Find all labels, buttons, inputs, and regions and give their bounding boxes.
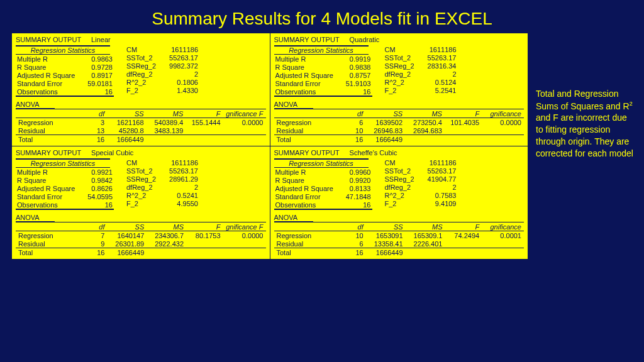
model-name: Special Cubic <box>91 149 133 156</box>
stats-table: Multiple R0.9919R Square0.9838Adjusted R… <box>274 55 372 97</box>
model-name: Scheffe's Cubic <box>350 149 397 156</box>
panel-scheffe-cubic: SUMMARY OUTPUTScheffe's CubicRegression … <box>270 146 528 259</box>
model-name: Linear <box>91 36 111 43</box>
regression-stats-header: Regression Statistics <box>16 45 110 55</box>
anova-table: dfSSMSFgnificanceRegression6163950227325… <box>274 109 525 143</box>
stats-table: Multiple R0.9921R Square0.9842Adjusted R… <box>16 168 114 210</box>
anova-table: dfSSMSFgnificance FRegression31621168540… <box>16 109 266 143</box>
panel-linear: SUMMARY OUTPUTLinearRegression Statistic… <box>12 33 270 146</box>
side-table: CM1611186SSTot_255263.17SSReg_29982.372d… <box>125 45 199 94</box>
anova-header: ANOVA <box>274 101 313 109</box>
stats-table: Multiple R0.9960R Square0.9920Adjusted R… <box>274 168 372 210</box>
regression-stats-header: Regression Statistics <box>274 158 369 168</box>
side-table: CM1611186SSTot_255263.17SSReg_241904.77d… <box>384 158 458 207</box>
panel-quadratic: SUMMARY OUTPUTQuadraticRegression Statis… <box>270 33 528 146</box>
regression-stats-header: Regression Statistics <box>16 158 110 168</box>
side-note: Total and Regression Sums of Squares and… <box>536 88 636 160</box>
summary-output-label: SUMMARY OUTPUT <box>16 36 81 43</box>
anova-header: ANOVA <box>16 101 55 109</box>
anova-header: ANOVA <box>274 214 313 222</box>
summary-output-label: SUMMARY OUTPUT <box>16 149 81 156</box>
anova-header: ANOVA <box>16 214 55 222</box>
anova-table: dfSSMSFgnificanceRegression1016530911653… <box>274 222 525 256</box>
summary-output-label: SUMMARY OUTPUT <box>274 36 340 43</box>
panel-special-cubic: SUMMARY OUTPUTSpecial CubicRegression St… <box>12 146 270 259</box>
panels-grid: SUMMARY OUTPUTLinearRegression Statistic… <box>11 33 528 260</box>
side-table: CM1611186SSTot_255263.17SSReg_228316.34d… <box>384 45 458 94</box>
page-title: Summary Results for 4 Models fit in EXCE… <box>0 0 644 33</box>
regression-stats-header: Regression Statistics <box>274 45 369 55</box>
model-name: Quadratic <box>350 36 380 43</box>
stats-table: Multiple R0.9863R Square0.9728Adjusted R… <box>16 55 114 97</box>
summary-output-label: SUMMARY OUTPUT <box>274 149 340 156</box>
side-table: CM1611186SSTot_255263.17SSReg_228961.29d… <box>125 158 199 207</box>
anova-table: dfSSMSFgnificance FRegression71640147234… <box>16 222 266 256</box>
